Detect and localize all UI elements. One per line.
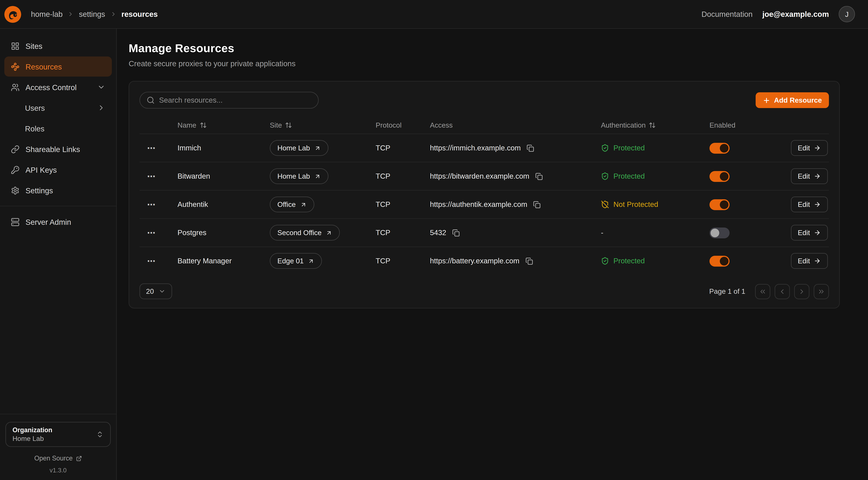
breadcrumb-settings[interactable]: settings <box>79 10 105 19</box>
sidebar-item-label: Settings <box>26 186 53 195</box>
breadcrumb: home-lab settings resources <box>31 10 158 19</box>
page-subtitle: Create secure proxies to your private ap… <box>129 59 856 68</box>
edit-button[interactable]: Edit <box>791 168 828 184</box>
auth-label: - <box>601 229 603 237</box>
chevrons-up-down-icon <box>96 430 104 438</box>
sidebar-item-api-keys[interactable]: API Keys <box>4 160 112 180</box>
search-input[interactable] <box>159 96 312 104</box>
copy-icon <box>525 257 533 265</box>
prev-page-button[interactable] <box>775 284 790 299</box>
sidebar-item-label: Resources <box>26 62 62 71</box>
sidebar-item-label: API Keys <box>26 166 57 174</box>
auth-status: Protected <box>601 172 645 180</box>
edit-button[interactable]: Edit <box>791 140 828 156</box>
row-menu-button[interactable]: ⋯ <box>143 142 160 154</box>
sidebar-item-roles[interactable]: Roles <box>4 118 112 139</box>
main-content: Manage Resources Create secure proxies t… <box>117 29 868 480</box>
chevron-right-icon <box>97 104 105 112</box>
breadcrumb-separator-icon <box>67 11 74 18</box>
enabled-toggle[interactable] <box>710 256 730 266</box>
access-value: https://immich.example.com <box>430 144 521 152</box>
enabled-toggle[interactable] <box>710 199 730 210</box>
grid-icon <box>11 41 20 50</box>
avatar[interactable]: J <box>839 6 855 22</box>
sidebar-item-sites[interactable]: Sites <box>4 36 112 56</box>
resource-name: Authentik <box>178 200 270 209</box>
arrow-right-icon <box>814 229 821 236</box>
sidebar-item-server-admin[interactable]: Server Admin <box>4 212 112 232</box>
site-link[interactable]: Second Office <box>270 225 340 241</box>
add-resource-button[interactable]: Add Resource <box>756 92 829 108</box>
arrow-right-icon <box>814 173 821 180</box>
edit-button[interactable]: Edit <box>791 253 828 269</box>
chevron-down-icon <box>97 83 105 91</box>
copy-button[interactable] <box>534 171 544 181</box>
copy-button[interactable] <box>532 200 542 209</box>
row-menu-button[interactable]: ⋯ <box>143 198 160 211</box>
site-link[interactable]: Office <box>270 197 314 212</box>
app-logo[interactable] <box>4 6 21 23</box>
copy-button[interactable] <box>524 256 534 266</box>
shield-check-icon <box>601 144 609 152</box>
site-link[interactable]: Home Lab <box>270 140 329 156</box>
sidebar-item-settings[interactable]: Settings <box>4 180 112 200</box>
sidebar-item-label: Shareable Links <box>26 145 80 153</box>
row-menu-button[interactable]: ⋯ <box>143 170 160 182</box>
open-source-link[interactable]: Open Source <box>0 454 116 462</box>
page-size-select[interactable]: 20 <box>140 283 172 299</box>
sidebar-item-label: Access Control <box>26 83 76 92</box>
sidebar-item-label: Roles <box>25 124 44 133</box>
enabled-toggle[interactable] <box>710 171 730 182</box>
copy-icon <box>527 144 534 152</box>
edit-button[interactable]: Edit <box>791 197 828 212</box>
page-size-value: 20 <box>146 287 154 295</box>
site-link[interactable]: Edge 01 <box>270 253 322 269</box>
edit-button[interactable]: Edit <box>791 225 828 241</box>
protocol-value: TCP <box>376 200 430 209</box>
auth-label: Not Protected <box>613 200 658 209</box>
row-menu-button[interactable]: ⋯ <box>143 227 160 239</box>
sidebar-item-resources[interactable]: Resources <box>4 57 112 77</box>
arrow-up-right-icon <box>326 230 332 236</box>
chevrons-left-icon <box>759 288 767 295</box>
documentation-link[interactable]: Documentation <box>702 10 753 19</box>
edit-label: Edit <box>798 200 810 209</box>
org-value: Home Lab <box>12 435 52 443</box>
copy-button[interactable] <box>451 228 461 238</box>
protocol-value: TCP <box>376 257 430 265</box>
chevron-left-icon <box>778 288 786 295</box>
arrow-right-icon <box>814 144 821 151</box>
copy-icon <box>452 229 460 237</box>
column-label: Authentication <box>601 121 646 129</box>
sidebar-item-users[interactable]: Users <box>4 98 112 118</box>
users-icon <box>11 83 20 92</box>
site-link[interactable]: Home Lab <box>270 168 329 184</box>
sort-icon <box>649 121 656 128</box>
shield-check-icon <box>601 172 609 180</box>
last-page-button[interactable] <box>814 284 829 299</box>
site-name: Home Lab <box>277 144 310 152</box>
user-email: joe@example.com <box>762 10 829 19</box>
arrow-right-icon <box>814 258 821 264</box>
auth-status: Protected <box>601 257 645 265</box>
app: home-lab settings resources Documentatio… <box>0 0 868 480</box>
first-page-button[interactable] <box>755 284 770 299</box>
breadcrumb-org[interactable]: home-lab <box>31 10 63 19</box>
auth-status: Not Protected <box>601 200 658 209</box>
protocol-value: TCP <box>376 229 430 237</box>
row-menu-button[interactable]: ⋯ <box>143 254 160 267</box>
column-header-site[interactable]: Site <box>270 121 376 129</box>
gear-icon <box>11 186 20 195</box>
enabled-toggle[interactable] <box>710 143 730 153</box>
site-name: Office <box>277 200 296 209</box>
sidebar-item-shareable-links[interactable]: Shareable Links <box>4 139 112 159</box>
next-page-button[interactable] <box>794 284 809 299</box>
copy-button[interactable] <box>526 143 535 153</box>
sidebar-item-access-control[interactable]: Access Control <box>4 77 112 97</box>
resources-table: Name Site Protocol Access Authentication <box>140 116 829 275</box>
pangolin-logo-icon <box>4 6 21 23</box>
org-selector[interactable]: Organization Home Lab <box>5 422 111 447</box>
column-header-name[interactable]: Name <box>178 121 270 129</box>
column-header-authentication[interactable]: Authentication <box>601 121 710 129</box>
enabled-toggle[interactable] <box>710 227 730 238</box>
